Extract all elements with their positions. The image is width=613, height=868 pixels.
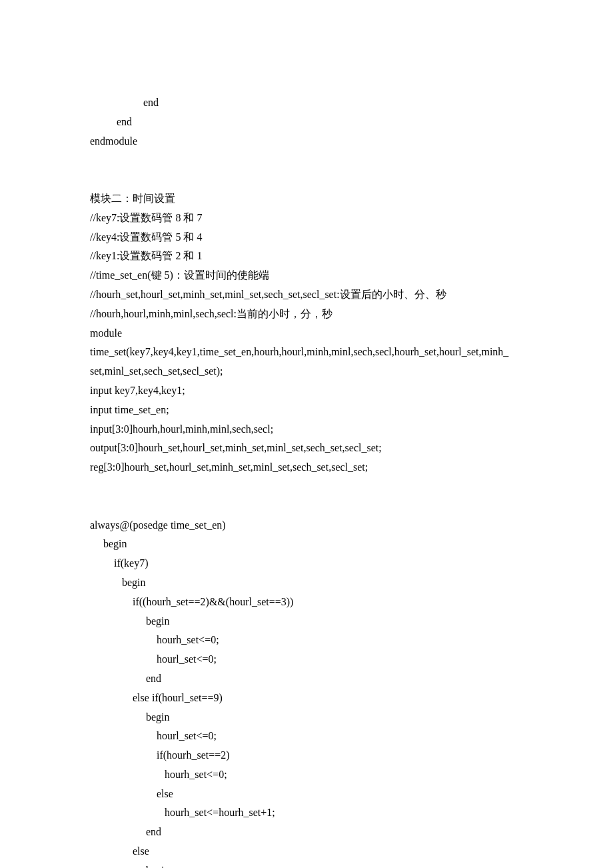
code-line: //key1:设置数码管 2 和 1 (90, 247, 523, 266)
code-line: begin (90, 708, 523, 727)
code-line: //hourh_set,hourl_set,minh_set,minl_set,… (90, 285, 523, 305)
code-line: reg[3:0]hourh_set,hourl_set,minh_set,min… (90, 458, 523, 477)
code-line: input key7,key4,key1; (90, 381, 523, 401)
code-line: input[3:0]hourh,hourl,minh,minl,sech,sec… (90, 420, 523, 439)
code-line: begin (90, 535, 523, 554)
code-line: always@(posedge time_set_en) (90, 516, 523, 535)
code-line: //hourh,hourl,minh,minl,sech,secl:当前的小时，… (90, 305, 523, 324)
code-line: //time_set_en(键 5)：设置时间的使能端 (90, 266, 523, 285)
code-line: else (90, 785, 523, 804)
code-line: endmodule (90, 132, 523, 151)
code-line: input time_set_en; (90, 401, 523, 420)
code-line: begin (90, 573, 523, 593)
code-line: time_set(key7,key4,key1,time_set_en,hour… (90, 343, 523, 362)
code-line: end (90, 823, 523, 842)
code-line: 模块二：时间设置 (90, 189, 523, 209)
code-line: hourl_set<=0; (90, 727, 523, 746)
blank-line (90, 170, 523, 189)
code-line: //key4:设置数码管 5 和 4 (90, 228, 523, 247)
code-line: output[3:0]hourh_set,hourl_set,minh_set,… (90, 439, 523, 458)
code-line: hourh_set<=0; (90, 765, 523, 785)
code-document: end endendmodule模块二：时间设置//key7:设置数码管 8 和… (90, 93, 523, 868)
code-line: module (90, 324, 523, 343)
code-line: else if(hourl_set==9) (90, 689, 523, 708)
code-line: if((hourh_set==2)&&(hourl_set==3)) (90, 593, 523, 612)
code-line: begin (90, 612, 523, 631)
code-line: else (90, 842, 523, 861)
blank-line (90, 477, 523, 497)
code-line: if(key7) (90, 554, 523, 573)
code-line: set,minl_set,sech_set,secl_set); (90, 362, 523, 381)
code-line: end (90, 669, 523, 689)
blank-line (90, 497, 523, 516)
code-line: if(hourh_set==2) (90, 746, 523, 765)
code-line: hourh_set<=hourh_set+1; (90, 803, 523, 823)
code-line: end (90, 93, 523, 113)
code-line: hourl_set<=0; (90, 650, 523, 669)
code-line: end (90, 113, 523, 132)
code-line: begin (90, 861, 523, 868)
code-line: hourh_set<=0; (90, 631, 523, 650)
code-line: //key7:设置数码管 8 和 7 (90, 209, 523, 228)
blank-line (90, 151, 523, 170)
